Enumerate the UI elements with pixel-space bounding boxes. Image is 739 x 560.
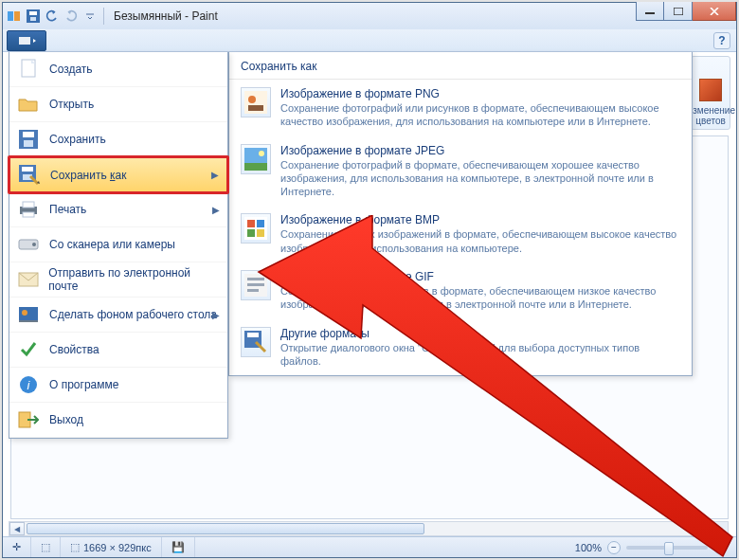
scroll-right-button[interactable]: ▶ (697, 522, 712, 535)
save-icon[interactable] (26, 9, 41, 24)
help-button[interactable]: ? (713, 32, 730, 49)
menu-item-print[interactable]: Печать ▶ (9, 192, 227, 227)
svg-rect-0 (8, 11, 13, 21)
save-as-submenu: Сохранить как Изображение в формате PNG … (228, 52, 693, 376)
close-button[interactable] (693, 2, 736, 21)
status-cursor-position: ✛ (3, 537, 31, 557)
menu-label: Свойства (49, 343, 99, 356)
menu-label: Сделать фоном рабочего стола (49, 308, 217, 321)
quick-access-toolbar (7, 9, 98, 24)
submenu-title: Изображение в формате GIF (280, 270, 680, 283)
about-icon: i (17, 373, 40, 396)
undo-icon[interactable] (45, 9, 60, 24)
menu-item-about[interactable]: i О программе (9, 368, 227, 403)
menu-item-open[interactable]: Открыть (9, 87, 227, 122)
menu-item-save-as[interactable]: Сохранить как ▶ (8, 155, 229, 194)
ribbon-label-line2: цветов (695, 116, 726, 126)
svg-rect-6 (674, 8, 683, 15)
svg-rect-36 (247, 229, 255, 237)
edit-colors-icon (699, 79, 722, 101)
svg-rect-5 (645, 12, 655, 14)
menu-label: Сохранить (49, 133, 106, 146)
svg-point-23 (22, 310, 27, 316)
menu-item-properties[interactable]: Свойства (9, 333, 227, 368)
svg-rect-13 (22, 167, 33, 172)
submenu-item-png[interactable]: Изображение в формате PNG Сохранение фот… (229, 80, 692, 136)
svg-point-32 (259, 151, 264, 156)
properties-icon (17, 338, 40, 361)
ribbon-group-colors[interactable]: Изменение цветов (691, 56, 730, 130)
submenu-desc: Открытие диалогового окна "Сохранить как… (280, 341, 680, 369)
menu-label: Печать (49, 203, 86, 216)
menu-item-email[interactable]: Отправить по электронной почте (9, 262, 227, 298)
maximize-button[interactable] (664, 2, 693, 21)
svg-rect-4 (30, 17, 36, 21)
submenu-title: Изображение в формате PNG (280, 87, 680, 100)
svg-rect-7 (19, 37, 30, 45)
qat-dropdown-icon[interactable] (82, 9, 98, 24)
scroll-thumb[interactable] (27, 523, 424, 534)
submenu-item-other[interactable]: Другие форматы Открытие диалогового окна… (229, 319, 692, 376)
menu-item-wallpaper[interactable]: Сделать фоном рабочего стола ▶ (9, 298, 227, 333)
submenu-desc: Сохранение фотографий в формате, обеспеч… (280, 158, 680, 199)
zoom-label: 100% (575, 542, 602, 553)
submenu-item-gif[interactable]: Изображение в формате GIF Сохранение про… (229, 262, 692, 319)
file-tab-button[interactable] (7, 30, 46, 51)
email-icon (17, 268, 39, 291)
bmp-icon (241, 213, 271, 244)
menu-label: Создать (49, 63, 93, 76)
redo-icon[interactable] (63, 9, 79, 24)
window-title: Безымянный - Paint (114, 9, 218, 23)
svg-rect-22 (19, 320, 38, 322)
svg-rect-11 (24, 140, 33, 147)
svg-rect-3 (29, 11, 37, 15)
minimize-button[interactable] (636, 2, 664, 21)
svg-rect-29 (248, 105, 263, 111)
svg-rect-21 (19, 307, 38, 320)
size-icon: ⬚ (70, 541, 80, 553)
scanner-icon (17, 233, 40, 256)
menu-item-exit[interactable]: Выход (9, 403, 227, 438)
window-controls (636, 2, 736, 21)
svg-rect-41 (247, 289, 259, 292)
menu-label: Со сканера или камеры (49, 238, 175, 251)
svg-rect-16 (23, 202, 34, 208)
submenu-item-jpeg[interactable]: Изображение в формате JPEG Сохранение фо… (229, 136, 692, 207)
new-icon (17, 58, 40, 81)
submenu-desc: Сохранение любых изображений в формате, … (280, 227, 680, 255)
paint-window: Безымянный - Paint ? Изменение цветов Со… (2, 2, 737, 558)
menu-item-new[interactable]: Создать (9, 52, 227, 87)
ribbon-tab-strip: ? (3, 29, 736, 52)
svg-point-19 (32, 243, 36, 246)
horizontal-scrollbar[interactable]: ◀ ▶ (9, 521, 713, 536)
svg-rect-40 (247, 283, 264, 286)
cursor-icon: ✛ (12, 541, 21, 553)
submenu-desc: Сохранение простых рисунков в формате, о… (280, 284, 680, 312)
submenu-item-bmp[interactable]: Изображение в формате BMP Сохранение люб… (229, 206, 692, 262)
resize-grip[interactable] (713, 521, 729, 536)
titlebar: Безымянный - Paint (3, 3, 736, 29)
save-as-icon (18, 164, 41, 187)
menu-item-save[interactable]: Сохранить (9, 122, 227, 157)
submenu-desc: Сохранение фотографий или рисунков в фор… (280, 101, 680, 129)
svg-rect-10 (23, 132, 34, 137)
menu-label: Выход (49, 413, 83, 426)
zoom-slider[interactable] (626, 546, 708, 550)
svg-rect-31 (244, 163, 267, 171)
statusbar: ✛ ⬚ ⬚ 1669 × 929пкс 💾 100% − + (3, 536, 736, 557)
svg-rect-17 (23, 212, 34, 217)
menu-item-scanner[interactable]: Со сканера или камеры (9, 227, 227, 262)
selection-icon: ⬚ (41, 541, 50, 553)
zoom-in-button[interactable]: + (713, 541, 727, 554)
wallpaper-icon (17, 303, 40, 326)
chevron-right-icon: ▶ (212, 310, 220, 320)
submenu-title: Изображение в формате JPEG (280, 144, 680, 157)
zoom-out-button[interactable]: − (607, 541, 621, 554)
svg-rect-43 (247, 333, 259, 337)
print-icon (17, 198, 40, 221)
gif-icon (241, 270, 271, 300)
scroll-left-button[interactable]: ◀ (9, 522, 25, 535)
svg-rect-30 (244, 148, 267, 163)
menu-label: О программе (49, 378, 118, 391)
svg-rect-34 (247, 220, 255, 227)
